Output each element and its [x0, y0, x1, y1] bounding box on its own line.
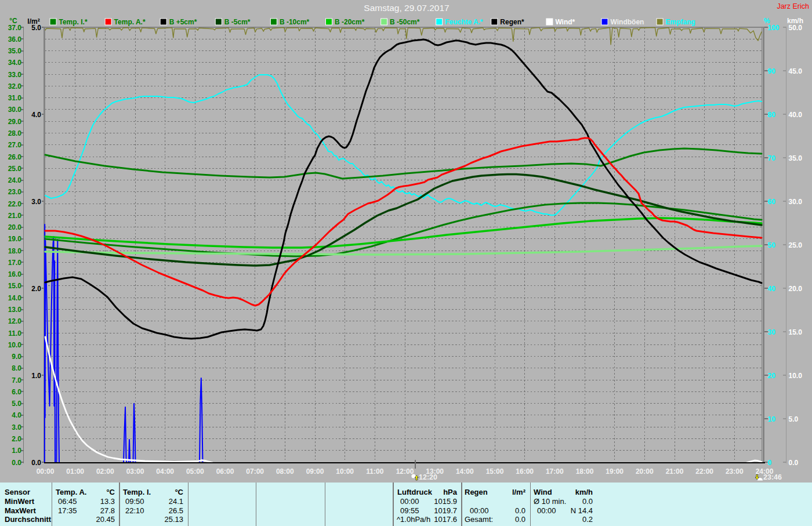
svg-text:30.0: 30.0: [8, 106, 22, 114]
svg-text:01:00: 01:00: [66, 467, 84, 476]
svg-text:32.0: 32.0: [8, 82, 22, 90]
svg-text:0.0: 0.0: [12, 459, 21, 467]
svg-text:70: 70: [768, 154, 776, 162]
svg-text:10:00: 10:00: [336, 467, 354, 476]
svg-text:°C: °C: [9, 17, 17, 25]
svg-text:04:00: 04:00: [156, 467, 174, 476]
svg-text:25.0: 25.0: [789, 241, 803, 249]
svg-text:07:00: 07:00: [246, 467, 264, 476]
svg-text:B -10cm*: B -10cm*: [280, 18, 310, 26]
svg-text:23:00: 23:00: [726, 467, 744, 476]
svg-text:45.0: 45.0: [789, 67, 803, 75]
svg-text:9.0: 9.0: [12, 353, 21, 361]
svg-text:Samstag, 29.07.2017: Samstag, 29.07.2017: [364, 3, 449, 13]
svg-text:%: %: [764, 17, 770, 25]
svg-text:11:00: 11:00: [366, 467, 383, 476]
svg-text:18:00: 18:00: [576, 467, 594, 476]
svg-text:1.0: 1.0: [31, 372, 41, 380]
svg-text:15.0: 15.0: [789, 328, 803, 336]
svg-text:23:46: 23:46: [763, 473, 782, 481]
svg-text:3.0: 3.0: [31, 198, 41, 206]
svg-text:17.0: 17.0: [8, 259, 22, 267]
svg-text:13.0: 13.0: [8, 306, 22, 314]
svg-text:90: 90: [768, 67, 776, 75]
svg-text:29.0: 29.0: [8, 118, 22, 126]
svg-text:50: 50: [768, 241, 776, 249]
svg-text:Jarz Erich: Jarz Erich: [777, 2, 809, 10]
svg-text:7.0: 7.0: [12, 376, 21, 384]
svg-text:15.0: 15.0: [8, 282, 22, 290]
svg-text:26.0: 26.0: [8, 153, 22, 161]
svg-text:12:20: 12:20: [419, 473, 437, 481]
svg-text:03:00: 03:00: [126, 467, 144, 476]
svg-text:Wind*: Wind*: [555, 18, 575, 26]
svg-text:18.0: 18.0: [8, 247, 22, 255]
svg-text:10: 10: [768, 415, 776, 423]
svg-text:4.0: 4.0: [12, 411, 21, 419]
svg-text:2.0: 2.0: [31, 285, 41, 293]
svg-text:27.0: 27.0: [8, 141, 22, 149]
svg-text:Windböen: Windböen: [611, 18, 644, 26]
svg-text:km/h: km/h: [787, 17, 803, 25]
svg-text:35.0: 35.0: [789, 154, 803, 162]
svg-text:21:00: 21:00: [666, 467, 684, 476]
svg-text:06:00: 06:00: [216, 467, 234, 476]
svg-text:0.0: 0.0: [31, 459, 41, 467]
svg-text:20.0: 20.0: [8, 223, 22, 231]
svg-text:22.0: 22.0: [8, 200, 22, 208]
svg-text:60: 60: [768, 198, 776, 206]
svg-text:40.0: 40.0: [789, 111, 803, 119]
svg-text:B -50cm*: B -50cm*: [390, 18, 420, 26]
svg-text:15:00: 15:00: [486, 467, 504, 476]
svg-text:24.0: 24.0: [8, 176, 22, 184]
svg-text:20: 20: [768, 372, 776, 380]
svg-text:08:00: 08:00: [276, 467, 294, 476]
svg-text:36.0: 36.0: [8, 35, 22, 43]
svg-text:16.0: 16.0: [8, 270, 22, 278]
svg-text:00:00: 00:00: [37, 467, 55, 476]
svg-text:1.0: 1.0: [12, 447, 21, 455]
svg-text:B -5cm*: B -5cm*: [224, 18, 251, 26]
svg-text:0: 0: [768, 459, 772, 467]
svg-text:34.0: 34.0: [8, 59, 22, 67]
svg-text:B +5cm*: B +5cm*: [169, 18, 197, 26]
svg-text:Feuchte A.*: Feuchte A.*: [445, 18, 483, 26]
svg-text:8.0: 8.0: [12, 364, 21, 372]
svg-text:10.0: 10.0: [789, 372, 803, 380]
svg-text:31.0: 31.0: [8, 94, 22, 102]
svg-text:14:00: 14:00: [456, 467, 474, 476]
svg-text:21.0: 21.0: [8, 212, 22, 220]
svg-text:19:00: 19:00: [606, 467, 624, 476]
svg-text:40: 40: [768, 285, 776, 293]
svg-text:05:00: 05:00: [186, 467, 204, 476]
svg-text:20:00: 20:00: [636, 467, 654, 476]
svg-text:11.0: 11.0: [8, 329, 21, 338]
svg-text:25.0: 25.0: [8, 165, 22, 173]
svg-text:0.0: 0.0: [789, 459, 799, 467]
svg-text:Temp. A.*: Temp. A.*: [114, 18, 146, 26]
svg-text:28.0: 28.0: [8, 129, 22, 137]
svg-text:09:00: 09:00: [306, 467, 324, 476]
svg-text:2.0: 2.0: [12, 435, 21, 443]
svg-text:Regen*: Regen*: [500, 18, 524, 26]
svg-text:14.0: 14.0: [8, 294, 22, 302]
svg-text:l/m²: l/m²: [27, 17, 39, 26]
svg-text:3.0: 3.0: [12, 423, 21, 431]
svg-text:4.0: 4.0: [31, 111, 41, 119]
svg-text:30.0: 30.0: [789, 198, 803, 206]
svg-text:33.0: 33.0: [8, 71, 22, 79]
svg-text:02:00: 02:00: [96, 467, 114, 476]
svg-text:10.0: 10.0: [8, 341, 22, 349]
svg-text:80: 80: [768, 111, 776, 119]
svg-text:Temp. I.*: Temp. I.*: [59, 18, 88, 26]
svg-text:5.0: 5.0: [789, 415, 799, 423]
svg-text:16:00: 16:00: [516, 467, 534, 476]
svg-text:12:00: 12:00: [396, 467, 414, 476]
svg-text:35.0: 35.0: [8, 47, 22, 55]
svg-text:30: 30: [768, 328, 776, 336]
svg-text:23.0: 23.0: [8, 188, 22, 196]
svg-text:22:00: 22:00: [695, 467, 713, 476]
svg-text:12.0: 12.0: [8, 317, 22, 325]
svg-text:5.0: 5.0: [12, 400, 21, 408]
svg-text:Empfang: Empfang: [666, 18, 695, 26]
